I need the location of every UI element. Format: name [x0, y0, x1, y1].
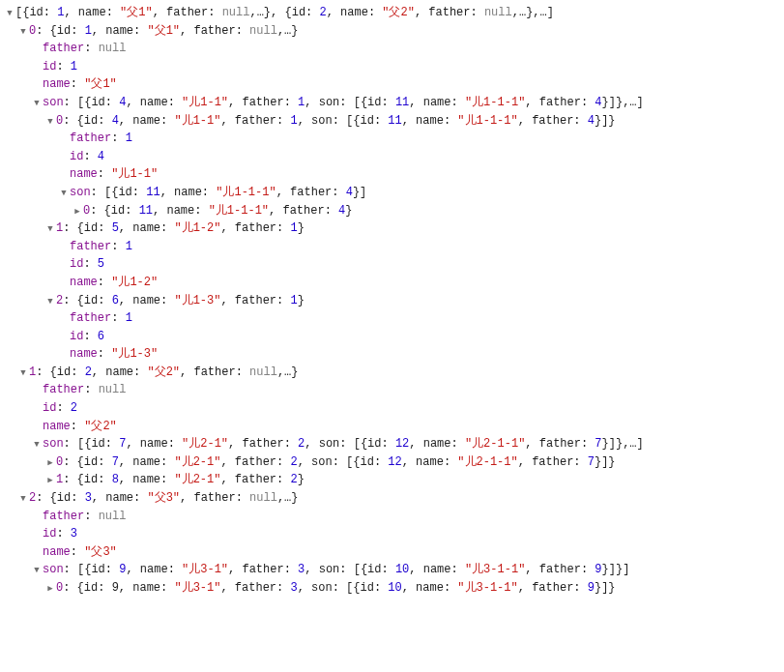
tree-row-content: 0: {id: 11, name: "儿1-1-1", father: 4} — [83, 202, 352, 220]
tree-row[interactable]: ▼1: {id: 5, name: "儿1-2", father: 1} — [4, 219, 780, 238]
tree-row: ▶id: 4 — [4, 148, 780, 166]
tree-row-content: name: "父1" — [43, 75, 117, 94]
tree-row: ▶name: "父1" — [4, 75, 780, 94]
tree-row-content: id: 6 — [70, 328, 104, 346]
tree-row-content: name: "儿1-2" — [70, 274, 158, 292]
tree-row-content: name: "父3" — [43, 543, 117, 562]
tree-row-content: son: [{id: 4, name: "儿1-1", father: 1, s… — [43, 94, 644, 112]
tree-row-content: name: "父2" — [43, 418, 117, 436]
tree-row-content: son: [{id: 7, name: "儿2-1", father: 2, s… — [43, 435, 644, 453]
tree-row[interactable]: ▼0: {id: 4, name: "儿1-1", father: 1, son… — [4, 112, 780, 131]
tree-row[interactable]: ▼2: {id: 6, name: "儿1-3", father: 1} — [4, 292, 780, 310]
expand-icon[interactable]: ▶ — [44, 457, 56, 471]
tree-row[interactable]: ▶0: {id: 9, name: "儿3-1", father: 3, son… — [4, 579, 780, 598]
tree-row: ▶id: 5 — [4, 255, 780, 274]
tree-row-content: 0: {id: 1, name: "父1", father: null,…} — [29, 22, 298, 41]
collapse-icon[interactable]: ▼ — [31, 98, 43, 111]
collapse-icon[interactable]: ▼ — [17, 493, 29, 507]
tree-row-content: father: 1 — [70, 238, 132, 256]
tree-row-content: id: 3 — [43, 525, 77, 543]
tree-row: ▶id: 1 — [4, 58, 780, 76]
tree-row-content: 0: {id: 4, name: "儿1-1", father: 1, son:… — [56, 112, 616, 131]
tree-row: ▶id: 2 — [4, 399, 780, 418]
tree-row: ▶father: null — [4, 40, 780, 58]
collapse-icon[interactable]: ▼ — [31, 565, 43, 578]
tree-row[interactable]: ▶0: {id: 7, name: "儿2-1", father: 2, son… — [4, 453, 780, 472]
collapse-icon[interactable]: ▼ — [44, 223, 56, 237]
tree-row[interactable]: ▼2: {id: 3, name: "父3", father: null,…} — [4, 489, 780, 508]
object-tree: ▼[{id: 1, name: "父1", father: null,…}, {… — [4, 4, 780, 598]
tree-row[interactable]: ▼son: [{id: 11, name: "儿1-1-1", father: … — [4, 184, 780, 202]
tree-row-content: father: 1 — [70, 309, 132, 328]
tree-row-content: father: null — [43, 381, 126, 399]
tree-row: ▶father: 1 — [4, 238, 780, 256]
tree-row[interactable]: ▼son: [{id: 4, name: "儿1-1", father: 1, … — [4, 94, 780, 112]
tree-row: ▶id: 3 — [4, 525, 780, 543]
tree-row-content: 0: {id: 9, name: "儿3-1", father: 3, son:… — [56, 579, 616, 598]
tree-row-content: id: 1 — [43, 58, 77, 76]
collapse-icon[interactable]: ▼ — [17, 26, 29, 40]
tree-row-content: father: null — [43, 40, 126, 58]
collapse-icon[interactable]: ▼ — [58, 188, 70, 201]
tree-row: ▶father: 1 — [4, 309, 780, 328]
tree-row-content: son: [{id: 9, name: "儿3-1", father: 3, s… — [43, 561, 629, 579]
collapse-icon[interactable]: ▼ — [4, 8, 15, 21]
tree-row-content: father: null — [43, 508, 126, 526]
tree-row: ▶name: "父2" — [4, 418, 780, 436]
expand-icon[interactable]: ▶ — [72, 206, 83, 219]
tree-row-content: 1: {id: 8, name: "儿2-1", father: 2} — [56, 471, 305, 489]
tree-row-content: id: 4 — [70, 148, 104, 166]
tree-row: ▶name: "儿1-1" — [4, 165, 780, 184]
tree-row-content: name: "儿1-1" — [70, 165, 158, 184]
tree-row-content: id: 2 — [43, 399, 77, 418]
expand-icon[interactable]: ▶ — [44, 583, 56, 597]
tree-row-content: father: 1 — [70, 130, 132, 148]
tree-row: ▶father: null — [4, 381, 780, 399]
tree-row[interactable]: ▼1: {id: 2, name: "父2", father: null,…} — [4, 364, 780, 382]
tree-row[interactable]: ▼son: [{id: 7, name: "儿2-1", father: 2, … — [4, 435, 780, 453]
tree-row[interactable]: ▼0: {id: 1, name: "父1", father: null,…} — [4, 22, 780, 41]
tree-row: ▶name: "儿1-3" — [4, 345, 780, 364]
tree-row-content: [{id: 1, name: "父1", father: null,…}, {i… — [15, 4, 554, 22]
tree-row-content: name: "儿1-3" — [70, 345, 158, 364]
tree-row: ▶name: "儿1-2" — [4, 274, 780, 292]
tree-row[interactable]: ▼[{id: 1, name: "父1", father: null,…}, {… — [4, 4, 780, 22]
tree-row: ▶id: 6 — [4, 328, 780, 346]
tree-row-content: 2: {id: 3, name: "父3", father: null,…} — [29, 489, 298, 508]
tree-row: ▶father: 1 — [4, 130, 780, 148]
collapse-icon[interactable]: ▼ — [44, 296, 56, 309]
tree-row-content: 2: {id: 6, name: "儿1-3", father: 1} — [56, 292, 305, 310]
expand-icon[interactable]: ▶ — [44, 475, 56, 488]
collapse-icon[interactable]: ▼ — [44, 116, 56, 130]
tree-row[interactable]: ▶0: {id: 11, name: "儿1-1-1", father: 4} — [4, 202, 780, 220]
tree-row-content: 0: {id: 7, name: "儿2-1", father: 2, son:… — [56, 453, 616, 472]
tree-row-content: id: 5 — [70, 255, 104, 274]
collapse-icon[interactable]: ▼ — [31, 439, 43, 453]
tree-row-content: 1: {id: 2, name: "父2", father: null,…} — [29, 364, 298, 382]
tree-row[interactable]: ▼son: [{id: 9, name: "儿3-1", father: 3, … — [4, 561, 780, 579]
collapse-icon[interactable]: ▼ — [17, 367, 29, 381]
tree-row[interactable]: ▶1: {id: 8, name: "儿2-1", father: 2} — [4, 471, 780, 489]
tree-row-content: 1: {id: 5, name: "儿1-2", father: 1} — [56, 219, 305, 238]
tree-row: ▶father: null — [4, 508, 780, 526]
tree-row-content: son: [{id: 11, name: "儿1-1-1", father: 4… — [70, 184, 366, 202]
tree-row: ▶name: "父3" — [4, 543, 780, 562]
